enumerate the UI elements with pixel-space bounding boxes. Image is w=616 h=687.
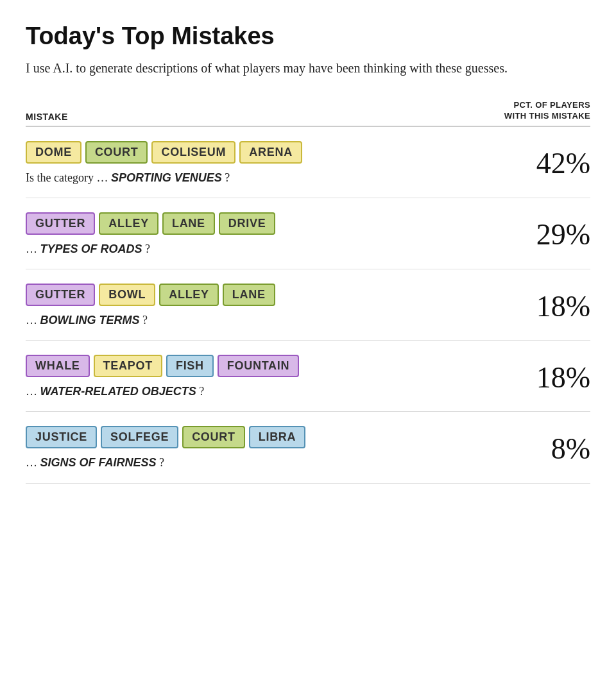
table-row: GUTTERALLEYLANEDRIVE… TYPES OF ROADS ?29… bbox=[26, 198, 590, 269]
word-tag: SOLFEGE bbox=[101, 426, 178, 448]
pct-value: 18% bbox=[520, 289, 590, 323]
word-tag: GUTTER bbox=[26, 284, 95, 306]
page-title: Today's Top Mistakes bbox=[26, 23, 590, 50]
mistake-content: JUSTICESOLFEGECOURTLIBRA… SIGNS OF FAIRN… bbox=[26, 426, 520, 471]
tag-group: JUSTICESOLFEGECOURTLIBRA bbox=[26, 426, 501, 448]
word-tag: COURT bbox=[182, 426, 245, 448]
pct-value: 42% bbox=[520, 146, 590, 180]
word-tag: ARENA bbox=[239, 141, 302, 164]
mistake-content: GUTTERBOWLALLEYLANE… BOWLING TERMS ? bbox=[26, 284, 520, 328]
word-tag: ALLEY bbox=[159, 284, 219, 306]
pct-value: 29% bbox=[520, 217, 590, 251]
word-tag: JUSTICE bbox=[26, 426, 97, 448]
tag-group: GUTTERALLEYLANEDRIVE bbox=[26, 212, 501, 235]
mistake-content: WHALETEAPOTFISHFOUNTAIN… WATER-RELATED O… bbox=[26, 355, 520, 400]
col-mistake-label: MISTAKE bbox=[26, 112, 68, 122]
word-tag: DOME bbox=[26, 141, 81, 164]
pct-value: 8% bbox=[520, 432, 590, 466]
word-tag: BOWL bbox=[99, 284, 155, 306]
word-tag: COURT bbox=[85, 141, 148, 164]
mistake-description: … SIGNS OF FAIRNESS ? bbox=[26, 455, 501, 471]
mistake-description: … BOWLING TERMS ? bbox=[26, 312, 501, 328]
tag-group: DOMECOURTCOLISEUMARENA bbox=[26, 141, 501, 164]
mistake-description: Is the category … SPORTING VENUES ? bbox=[26, 170, 501, 186]
table-row: WHALETEAPOTFISHFOUNTAIN… WATER-RELATED O… bbox=[26, 341, 590, 412]
word-tag: FOUNTAIN bbox=[218, 355, 299, 377]
tag-group: WHALETEAPOTFISHFOUNTAIN bbox=[26, 355, 501, 377]
table-row: JUSTICESOLFEGECOURTLIBRA… SIGNS OF FAIRN… bbox=[26, 412, 590, 483]
word-tag: FISH bbox=[166, 355, 214, 377]
word-tag: WHALE bbox=[26, 355, 90, 377]
word-tag: TEAPOT bbox=[94, 355, 162, 377]
mistake-description: … TYPES OF ROADS ? bbox=[26, 241, 501, 257]
pct-value: 18% bbox=[520, 360, 590, 394]
mistake-description: … WATER-RELATED OBJECTS ? bbox=[26, 384, 501, 400]
tag-group: GUTTERBOWLALLEYLANE bbox=[26, 284, 501, 306]
rows-container: DOMECOURTCOLISEUMARENAIs the category … … bbox=[26, 127, 590, 484]
mistake-content: DOMECOURTCOLISEUMARENAIs the category … … bbox=[26, 141, 520, 186]
col-pct-label: PCT. OF PLAYERS WITH THIS MISTAKE bbox=[504, 100, 590, 122]
word-tag: LIBRA bbox=[249, 426, 306, 448]
table-header: MISTAKE PCT. OF PLAYERS WITH THIS MISTAK… bbox=[26, 100, 590, 127]
word-tag: DRIVE bbox=[219, 212, 276, 235]
word-tag: ALLEY bbox=[99, 212, 158, 235]
word-tag: COLISEUM bbox=[151, 141, 235, 164]
table-row: DOMECOURTCOLISEUMARENAIs the category … … bbox=[26, 127, 590, 198]
mistake-content: GUTTERALLEYLANEDRIVE… TYPES OF ROADS ? bbox=[26, 212, 520, 257]
word-tag: GUTTER bbox=[26, 212, 95, 235]
table-row: GUTTERBOWLALLEYLANE… BOWLING TERMS ?18% bbox=[26, 269, 590, 341]
subtitle: I use A.I. to generate descriptions of w… bbox=[26, 59, 526, 77]
word-tag: LANE bbox=[162, 212, 215, 235]
word-tag: LANE bbox=[223, 284, 275, 306]
